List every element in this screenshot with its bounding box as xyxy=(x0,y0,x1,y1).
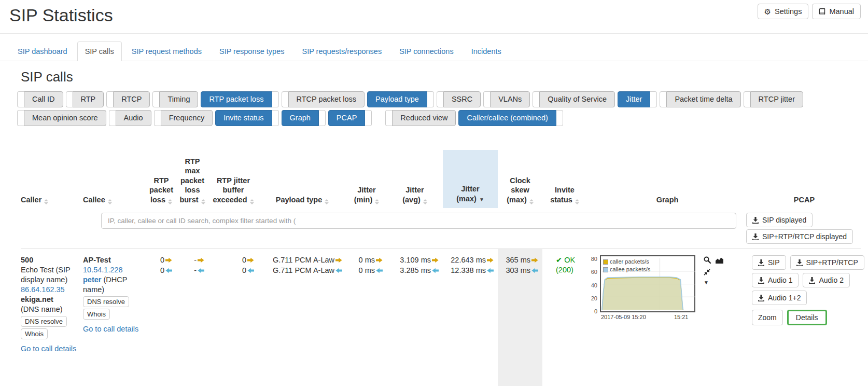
filter-substate-timing[interactable] xyxy=(152,91,159,107)
search-buttons: SIP displayed SIP+RTP/RTCP displayed xyxy=(746,213,853,244)
filter-timing-button[interactable]: Timing xyxy=(159,91,198,107)
tab-sip-requests-responses[interactable]: SIP requests/responses xyxy=(294,42,389,61)
col-header-jitter-min[interactable]: Jitter (min) xyxy=(346,150,387,208)
filter-substate-rtp[interactable] xyxy=(66,91,73,107)
filter-caller-callee-combined-button[interactable]: Caller/callee (combined) xyxy=(458,110,556,126)
whois-button[interactable]: Whois xyxy=(83,309,110,320)
settings-button[interactable]: ⚙ Settings xyxy=(758,4,809,19)
direction-out-icon xyxy=(247,256,254,266)
download-icon xyxy=(758,277,764,284)
pcap-audio-1-button[interactable]: Audio 1 xyxy=(752,273,799,287)
filter-pcap-button[interactable]: PCAP xyxy=(328,110,366,126)
col-header-clock-skew-max[interactable]: Clock skew (max) xyxy=(498,150,542,208)
zoom-button[interactable]: Zoom xyxy=(752,310,783,325)
top-actions: ⚙ Settings Manual xyxy=(758,4,861,19)
direction-out-icon xyxy=(531,256,538,266)
pcap-sip-button[interactable]: SIP xyxy=(752,255,786,270)
filter-jitter-button[interactable]: Jitter xyxy=(618,91,650,107)
sip-displayed-button[interactable]: SIP displayed xyxy=(746,213,813,227)
filter-ssrc-button[interactable]: SSRC xyxy=(443,91,481,107)
filter-substate-reduced-view[interactable] xyxy=(385,110,392,126)
sip-rtp-rtcp-displayed-button[interactable]: SIP+RTP/RTCP displayed xyxy=(746,229,853,244)
tab-sip-calls[interactable]: SIP calls xyxy=(77,42,122,61)
col-header-rtp-packet-loss[interactable]: RTP packet loss xyxy=(146,150,176,208)
filter-substate-caller-callee-combined[interactable] xyxy=(556,110,563,126)
filter-substate-packet-time-delta[interactable] xyxy=(660,91,666,107)
cell-pcap: SIP SIP+RTP/RTCP Audio 1 Audio 2 Audio 1… xyxy=(748,249,864,386)
filter-qos-button[interactable]: Quality of Service xyxy=(539,91,615,107)
caller-dns-suffix: (DNS name) xyxy=(21,305,83,314)
tab-incidents[interactable]: Incidents xyxy=(464,42,509,61)
filter-rtcp-button[interactable]: RTCP xyxy=(113,91,150,107)
col-header-payload-type[interactable]: Payload type xyxy=(258,150,346,208)
manual-button[interactable]: Manual xyxy=(812,4,861,19)
col-header-callee[interactable]: Callee xyxy=(83,150,146,208)
filter-substate-invite-status[interactable] xyxy=(272,110,279,126)
filter-substate-vlans[interactable] xyxy=(483,91,490,107)
invite-status-code: (200) xyxy=(556,265,587,275)
col-header-invite-status[interactable]: Invite status xyxy=(542,150,587,208)
filter-rtp-packet-loss-button[interactable]: RTP packet loss xyxy=(201,91,272,107)
go-to-call-details-link[interactable]: Go to call details xyxy=(21,344,76,353)
caller-ip-link[interactable]: 86.64.162.35 xyxy=(21,285,65,294)
pcap-audio-2-button[interactable]: Audio 2 xyxy=(803,273,849,287)
filter-substate-call-id[interactable] xyxy=(17,91,24,107)
sort-icon xyxy=(575,199,579,204)
graph-thumbnail[interactable]: caller packets/s callee packets/s 2017-0… xyxy=(600,255,697,386)
filter-substate-rtcp[interactable] xyxy=(106,91,113,107)
callee-dhcp-name[interactable]: peter xyxy=(83,275,101,284)
tab-sip-response-types[interactable]: SIP response types xyxy=(212,42,292,61)
search-input[interactable] xyxy=(101,213,736,229)
filter-substate-mos[interactable] xyxy=(17,110,24,126)
direction-in-icon xyxy=(335,266,342,276)
col-header-rtp-jitter-buffer-exceeded[interactable]: RTP jitter buffer exceeded xyxy=(208,150,258,208)
magnifier-icon[interactable] xyxy=(704,256,711,264)
filter-reduced-view-button[interactable]: Reduced view xyxy=(392,110,456,126)
pcap-audio-1-2-button[interactable]: Audio 1+2 xyxy=(752,291,807,305)
dns-resolve-button[interactable]: DNS resolve xyxy=(21,316,67,327)
area-chart-icon[interactable] xyxy=(715,257,724,264)
filter-rtp-button[interactable]: RTP xyxy=(73,91,104,107)
details-button[interactable]: Details xyxy=(787,310,827,325)
filter-substate-graph[interactable] xyxy=(319,110,326,126)
tab-sip-connections[interactable]: SIP connections xyxy=(391,42,461,61)
filter-substate-payload-type[interactable] xyxy=(427,91,434,107)
filter-substate-frequency[interactable] xyxy=(154,110,161,126)
sort-icon xyxy=(529,199,534,204)
col-header-jitter-max[interactable]: Jitter (max)▼ xyxy=(443,150,498,208)
filter-substate-audio[interactable] xyxy=(109,110,116,126)
filter-substate-ssrc[interactable] xyxy=(437,91,443,107)
filter-rtcp-packet-loss-button[interactable]: RTCP packet loss xyxy=(288,91,365,107)
filter-payload-type-button[interactable]: Payload type xyxy=(367,91,427,107)
filter-substate-pcap[interactable] xyxy=(365,110,372,126)
callee-ip-link[interactable]: 10.54.1.228 xyxy=(83,266,123,274)
filter-substate-qos[interactable] xyxy=(533,91,539,107)
caret-down-icon[interactable]: ▼ xyxy=(704,280,709,285)
dns-resolve-button[interactable]: DNS resolve xyxy=(83,296,129,307)
filter-packet-time-delta-button[interactable]: Packet time delta xyxy=(666,91,740,107)
filter-call-id-button[interactable]: Call ID xyxy=(24,91,63,107)
filter-substate-rtp-packet-loss[interactable] xyxy=(272,91,279,107)
col-header-caller[interactable]: Caller xyxy=(21,150,83,208)
filter-row-1: Call ID RTP RTCP Timing RTP packet loss … xyxy=(17,91,868,107)
col-header-jitter-avg[interactable]: Jitter (avg) xyxy=(387,150,443,208)
filter-audio-button[interactable]: Audio xyxy=(116,110,151,126)
filter-substate-jitter[interactable] xyxy=(650,91,657,107)
pcap-sip-rtp-rtcp-button[interactable]: SIP+RTP/RTCP xyxy=(790,255,864,270)
tab-sip-request-methods[interactable]: SIP request methods xyxy=(124,42,209,61)
filter-substate-rtcp-packet-loss[interactable] xyxy=(282,91,288,107)
go-to-call-details-link[interactable]: Go to call details xyxy=(83,325,138,333)
tab-sip-dashboard[interactable]: SIP dashboard xyxy=(10,42,75,61)
filter-substate-rtcp-jitter[interactable] xyxy=(744,91,750,107)
filter-invite-status-button[interactable]: Invite status xyxy=(215,110,272,126)
filter-group-reduced-view: Reduced view xyxy=(385,110,456,126)
filter-rtcp-jitter-button[interactable]: RTCP jitter xyxy=(750,91,803,107)
cell-jitter-avg: 3.109 ms 3.285 ms xyxy=(387,249,443,386)
col-header-rtp-max-packet-loss-burst[interactable]: RTP max packet loss burst xyxy=(176,150,208,208)
whois-button[interactable]: Whois xyxy=(21,328,48,339)
filter-vlans-button[interactable]: VLANs xyxy=(490,91,530,107)
filter-mos-button[interactable]: Mean opinion score xyxy=(24,110,106,126)
filter-frequency-button[interactable]: Frequency xyxy=(161,110,213,126)
filter-graph-button[interactable]: Graph xyxy=(282,110,319,126)
compress-icon[interactable] xyxy=(704,269,710,275)
